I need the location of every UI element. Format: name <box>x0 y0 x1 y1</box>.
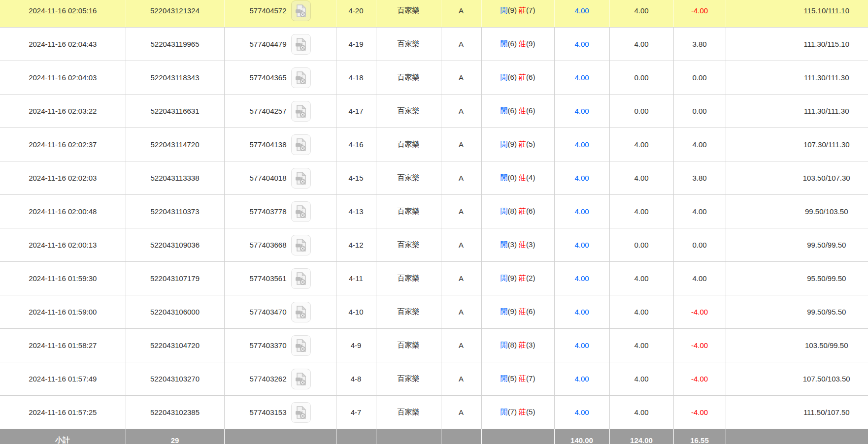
game-name: 百家樂 <box>376 128 441 161</box>
player-result-label: 閒 <box>501 307 508 316</box>
table-code: A <box>441 396 481 429</box>
video-replay-button[interactable] <box>291 268 311 289</box>
video-replay-button[interactable] <box>291 369 311 389</box>
game-round-number: 577404365 <box>249 73 286 82</box>
game-result: 閒(0) 莊(4) <box>481 161 554 195</box>
bet-id: 522043119965 <box>126 28 224 61</box>
game-round-cell: 577404138 <box>224 128 336 161</box>
player-result-score: (6) <box>508 73 517 81</box>
bet-id: 522043116631 <box>126 95 224 128</box>
player-result-score: (9) <box>508 140 517 148</box>
round-label: 4-16 <box>336 128 376 161</box>
valid-bet: 0.00 <box>609 228 673 262</box>
bet-amount: 4.00 <box>554 61 609 95</box>
video-replay-icon <box>295 172 306 185</box>
banker-result-score: (6) <box>526 73 535 81</box>
valid-bet: 4.00 <box>609 362 673 396</box>
round-label: 4-13 <box>336 195 376 228</box>
table-code: A <box>441 161 481 195</box>
valid-bet: 4.00 <box>609 128 673 161</box>
summary-empty-cell <box>441 429 481 444</box>
balance: 111.30/111.30 <box>726 95 868 128</box>
table-row: 2024-11-16 01:59:30 522043107179 5774035… <box>0 262 868 295</box>
game-round-cell: 577404365 <box>224 61 336 95</box>
banker-result-score: (2) <box>526 274 535 282</box>
table-row: 2024-11-16 02:03:22 522043116631 5774042… <box>0 95 868 128</box>
banker-result-label: 莊 <box>519 307 526 316</box>
video-replay-button[interactable] <box>291 402 311 423</box>
bet-history-viewport: 2024-11-16 02:05:16 522043121324 5774045… <box>0 0 868 444</box>
player-result-score: (5) <box>508 374 517 382</box>
video-replay-button[interactable] <box>291 168 311 189</box>
summary-row: 小計 29 140.00 124.00 16.55 <box>0 429 868 444</box>
video-replay-button[interactable] <box>291 335 311 356</box>
player-result-score: (8) <box>508 341 517 349</box>
balance: 115.10/111.10 <box>726 0 868 28</box>
game-name: 百家樂 <box>376 329 441 362</box>
banker-result-label: 莊 <box>519 207 526 215</box>
game-round-number: 577403470 <box>249 308 286 316</box>
video-replay-button[interactable] <box>291 0 311 21</box>
win-loss: 3.80 <box>673 28 726 61</box>
player-result-score: (9) <box>508 307 517 316</box>
bet-time: 2024-11-16 01:59:00 <box>0 295 126 329</box>
player-result-label: 閒 <box>501 341 508 349</box>
balance: 99.50/103.50 <box>726 195 868 228</box>
banker-result-label: 莊 <box>519 274 526 282</box>
player-result-score: (8) <box>508 207 517 215</box>
banker-result-score: (7) <box>526 374 535 382</box>
bet-amount: 4.00 <box>554 195 609 228</box>
bet-id: 522043109036 <box>126 228 224 262</box>
bet-time: 2024-11-16 02:04:03 <box>0 61 126 95</box>
game-round-cell: 577403153 <box>224 396 336 429</box>
valid-bet: 4.00 <box>609 195 673 228</box>
video-replay-button[interactable] <box>291 101 311 122</box>
game-result: 閒(9) 莊(6) <box>481 295 554 329</box>
video-replay-button[interactable] <box>291 302 311 322</box>
game-round-number: 577403153 <box>249 408 286 416</box>
round-label: 4-17 <box>336 95 376 128</box>
banker-result-score: (7) <box>526 6 535 14</box>
bet-id: 522043103270 <box>126 362 224 396</box>
player-result-label: 閒 <box>501 173 508 182</box>
table-code: A <box>441 61 481 95</box>
video-replay-icon <box>295 105 306 118</box>
bet-time: 2024-11-16 01:58:27 <box>0 329 126 362</box>
table-code: A <box>441 329 481 362</box>
summary-empty-cell <box>376 429 441 444</box>
bet-amount: 4.00 <box>554 28 609 61</box>
video-replay-icon <box>295 406 306 419</box>
bet-time: 2024-11-16 02:03:22 <box>0 95 126 128</box>
player-result-label: 閒 <box>501 207 508 215</box>
game-round-number: 577403668 <box>249 241 286 249</box>
player-result-score: (6) <box>508 39 517 48</box>
bet-amount: 4.00 <box>554 362 609 396</box>
balance: 107.30/111.30 <box>726 128 868 161</box>
balance: 111.30/111.30 <box>726 61 868 95</box>
video-replay-button[interactable] <box>291 201 311 222</box>
game-round-number: 577403262 <box>249 375 286 383</box>
table-code: A <box>441 95 481 128</box>
banker-result-label: 莊 <box>519 341 526 349</box>
video-replay-button[interactable] <box>291 134 311 155</box>
player-result-label: 閒 <box>501 6 508 14</box>
round-label: 4-18 <box>336 61 376 95</box>
video-replay-button[interactable] <box>291 34 311 55</box>
game-round-number: 577404257 <box>249 107 286 115</box>
player-result-label: 閒 <box>501 106 508 115</box>
balance: 107.50/103.50 <box>726 362 868 396</box>
table-row: 2024-11-16 02:04:03 522043118343 5774043… <box>0 61 868 95</box>
table-row: 2024-11-16 02:02:03 522043113338 5774040… <box>0 161 868 195</box>
video-replay-button[interactable] <box>291 235 311 255</box>
win-loss: 4.00 <box>673 262 726 295</box>
balance: 103.50/107.30 <box>726 161 868 195</box>
game-round-cell: 577403470 <box>224 295 336 329</box>
summary-empty-cell <box>726 429 868 444</box>
balance: 103.50/99.50 <box>726 329 868 362</box>
game-name: 百家樂 <box>376 396 441 429</box>
summary-bet-total: 140.00 <box>554 429 609 444</box>
video-replay-button[interactable] <box>291 67 311 88</box>
game-name: 百家樂 <box>376 228 441 262</box>
round-label: 4-9 <box>336 329 376 362</box>
game-round-cell: 577403370 <box>224 329 336 362</box>
